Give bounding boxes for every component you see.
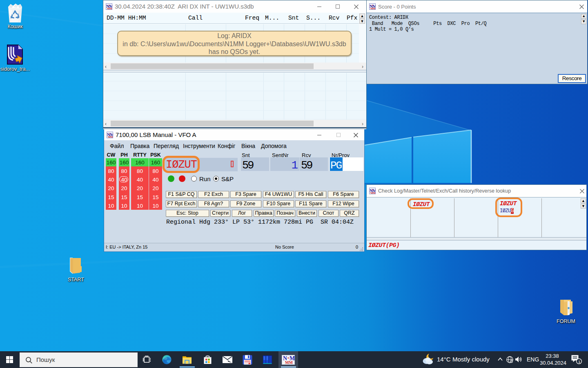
svg-text:MM: MM bbox=[107, 7, 112, 10]
svg-text:MM: MM bbox=[108, 135, 113, 138]
svg-text:MM: MM bbox=[370, 191, 375, 194]
svg-text:MM: MM bbox=[285, 360, 293, 365]
svg-text:1: 1 bbox=[578, 359, 580, 364]
svg-text:MM: MM bbox=[370, 7, 375, 10]
